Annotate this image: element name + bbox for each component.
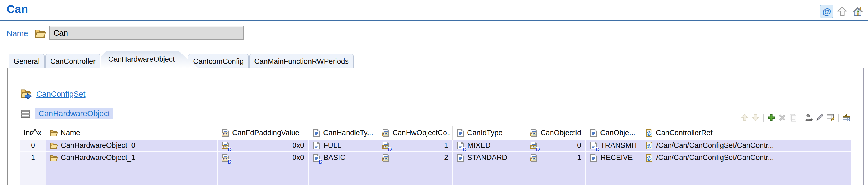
table-header-row: IndexName123CanFdPaddingValueCanHandleTy… <box>20 126 850 140</box>
new-with-wizard-button[interactable] <box>804 113 813 122</box>
row-name-label: CanHardwareObject_0 <box>61 141 135 150</box>
move-up-button[interactable] <box>740 113 749 122</box>
folder-icon <box>34 27 46 39</box>
default-value-badge: D <box>536 147 540 152</box>
toolbar-separator <box>763 114 764 122</box>
svg-text:123: 123 <box>531 158 535 160</box>
empty-cell <box>642 164 787 176</box>
name-input[interactable]: Can <box>50 26 244 40</box>
ref-value-icon: @ <box>645 153 653 162</box>
default-value-badge: D <box>388 147 392 152</box>
column-header-idtype[interactable]: CanIdType <box>453 126 526 140</box>
svg-text:123: 123 <box>531 133 535 136</box>
row-folder-icon <box>50 141 58 150</box>
cell-index-row1[interactable]: 1 <box>20 152 46 164</box>
empty-cell <box>309 164 378 176</box>
column-header-ref[interactable]: @CanControllerRef <box>642 126 787 140</box>
cell-value: MIXED <box>467 141 491 150</box>
empty-cell <box>453 176 526 185</box>
toolbar-separator <box>801 114 801 122</box>
column-header-label: CanControllerRef <box>656 129 713 137</box>
cell-fd-row0[interactable]: 123D0x0 <box>218 140 309 152</box>
delete-row-button[interactable] <box>778 113 787 122</box>
cell-name-row0[interactable]: CanHardwareObject_0 <box>46 140 218 152</box>
cell-count-row1[interactable]: 1232 <box>378 152 453 164</box>
ref-header-icon: @ <box>645 128 653 137</box>
list-title[interactable]: CanHardwareObject <box>35 108 113 119</box>
cell-ref-row0[interactable]: @/Can/Can/CanConfigSet/CanContr... <box>642 140 787 152</box>
svg-text:@: @ <box>647 143 652 149</box>
canconfigset-link[interactable]: CanConfigSet <box>36 90 86 99</box>
idtype-value-icon: D <box>456 141 465 150</box>
cell-handle-row0[interactable]: FULL <box>309 140 378 152</box>
column-header-objtype[interactable]: CanObje... <box>586 126 642 140</box>
cell-objtype-row1[interactable]: RECEIVE <box>586 152 642 164</box>
cell-name-row1[interactable]: CanHardwareObject_1 <box>46 152 218 164</box>
empty-cell <box>787 164 851 176</box>
move-up-icon <box>740 113 749 122</box>
column-header-objectid[interactable]: 123CanObjectId <box>526 126 586 140</box>
fd-value-icon: 123D <box>221 153 230 162</box>
table-empty-row <box>20 176 850 185</box>
cell-objtype-row0[interactable]: DTRANSMIT <box>586 140 642 152</box>
empty-cell <box>586 176 642 185</box>
tab-general[interactable]: General <box>9 54 44 68</box>
add-row-button[interactable] <box>767 113 776 122</box>
navigate-up-icon <box>837 6 848 17</box>
column-header-label: CanFdPaddingValue <box>232 129 299 137</box>
svg-text:123: 123 <box>383 158 388 160</box>
svg-text:@: @ <box>647 130 652 136</box>
empty-cell <box>20 164 46 176</box>
row-folder-icon <box>50 153 58 162</box>
page-title: Can <box>6 3 28 16</box>
home-button[interactable] <box>851 5 864 18</box>
cell-value: 1 <box>577 153 581 162</box>
move-down-button[interactable] <box>751 113 760 122</box>
cell-ref-row1[interactable]: @/Can/Can/CanConfigSet/CanContr... <box>642 152 787 164</box>
copy-row-button[interactable] <box>788 113 798 122</box>
empty-cell <box>453 164 526 176</box>
default-value-badge: D <box>463 147 467 152</box>
svg-text:@: @ <box>823 7 831 17</box>
edit-table-button[interactable] <box>826 113 835 122</box>
grid-table-icon <box>21 109 30 119</box>
cell-fd-row1[interactable]: 123D0x0 <box>218 152 309 164</box>
svg-text:123: 123 <box>383 133 388 136</box>
folder-link-icon <box>20 88 32 100</box>
cell-value: BASIC <box>323 153 345 162</box>
empty-cell <box>378 164 453 176</box>
column-header-label: CanIdType <box>467 129 503 137</box>
content-left-border <box>7 68 8 185</box>
default-value-badge: D <box>319 159 323 164</box>
tab-cancontroller[interactable]: CanController <box>45 54 100 68</box>
import-table-button[interactable] <box>842 113 851 122</box>
cell-handle-row1[interactable]: DBASIC <box>309 152 378 164</box>
cell-objectid-row1[interactable]: 1231 <box>526 152 586 164</box>
cell-count-row0[interactable]: 123D1 <box>378 140 453 152</box>
empty-cell <box>787 176 851 185</box>
column-header-fd[interactable]: 123CanFdPaddingValue <box>218 126 309 140</box>
cell-idtype-row1[interactable]: STANDARD <box>453 152 526 164</box>
cell-pad-row1 <box>787 152 851 164</box>
edit-button[interactable] <box>815 113 824 122</box>
column-header-name[interactable]: Name <box>46 126 218 140</box>
empty-cell <box>309 176 378 185</box>
handle-header-icon <box>312 128 321 137</box>
column-header-count[interactable]: 123CanHwObjectCo... <box>378 126 453 140</box>
copy-row-icon <box>789 113 797 122</box>
cell-index-row0[interactable]: 0 <box>20 140 46 152</box>
cell-value: 2 <box>444 153 448 162</box>
column-header-handle[interactable]: CanHandleTy... <box>309 126 378 140</box>
cell-objectid-row0[interactable]: 123D0 <box>526 140 586 152</box>
add-row-icon <box>767 113 776 122</box>
cell-pad-row0 <box>787 140 851 152</box>
navigate-up-button[interactable] <box>836 5 849 18</box>
column-header-pad[interactable] <box>787 126 851 140</box>
tab-canmainfunctionrwperiods[interactable]: CanMainFunctionRWPeriods <box>249 54 353 68</box>
tab-canhardwareobject[interactable]: CanHardwareObject <box>101 51 199 68</box>
at-sign-button[interactable]: @ <box>820 5 833 18</box>
objtype-header-icon <box>589 128 598 137</box>
cell-idtype-row0[interactable]: DMIXED <box>453 140 526 152</box>
count-value-icon: 123 <box>381 153 390 162</box>
tab-canicomconfig[interactable]: CanIcomConfig <box>188 54 248 68</box>
